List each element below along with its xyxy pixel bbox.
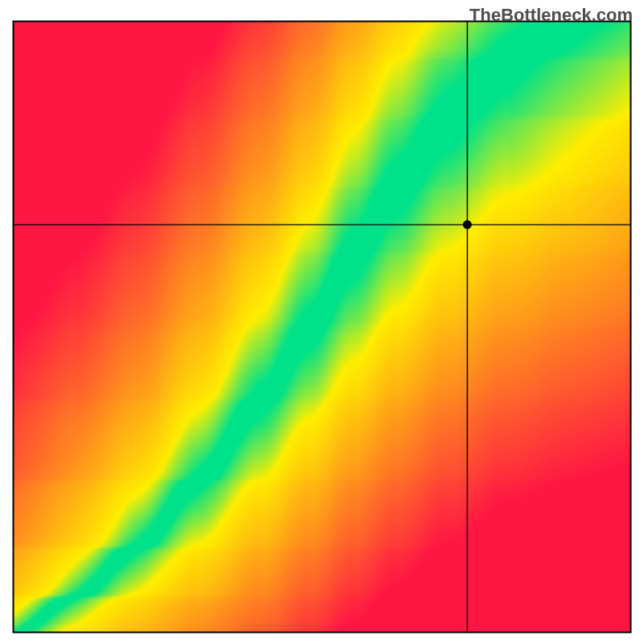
watermark-text: TheBottleneck.com — [469, 5, 633, 26]
bottleneck-heatmap — [0, 0, 644, 644]
